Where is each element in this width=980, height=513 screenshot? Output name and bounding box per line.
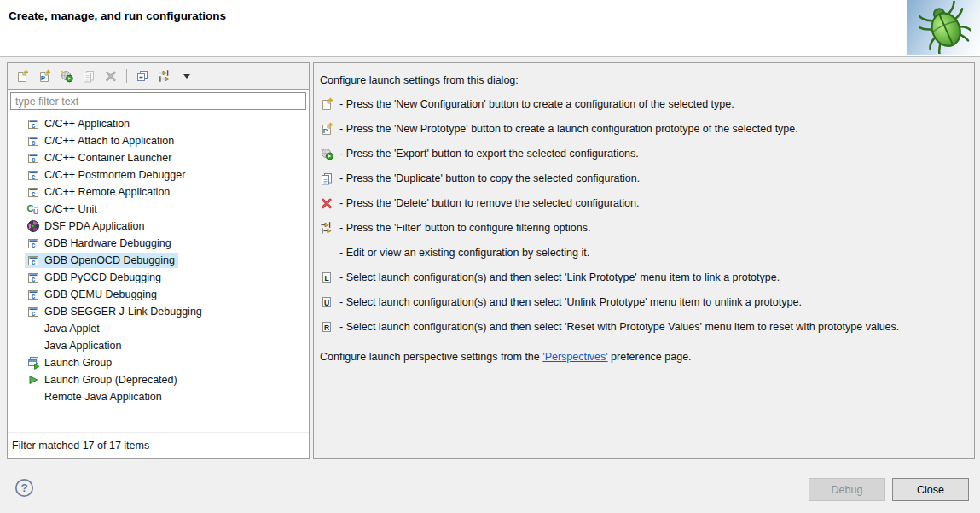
tree-item-content: cC/C++ Attach to Application <box>25 133 177 149</box>
tree-item-content: cC/C++ Remote Application <box>25 184 173 200</box>
tree-item-launch-group[interactable]: Launch Group <box>8 354 309 371</box>
icon-spacer <box>26 390 40 404</box>
perspectives-link[interactable]: 'Perspectives' <box>542 351 607 363</box>
tree-item-java-application[interactable]: Java Application <box>8 337 309 354</box>
tree-item-content: cGDB PyOCD Debugging <box>25 270 165 285</box>
svg-text:c: c <box>32 275 36 283</box>
c-app-icon: c <box>26 236 40 250</box>
icon-spacer <box>26 322 40 335</box>
c-app-icon: c <box>26 185 40 199</box>
toolbar-separator <box>126 69 127 83</box>
tree-item-c-c-application[interactable]: cC/C++ Application <box>8 115 309 132</box>
tree-item-gdb-openocd-debugging[interactable]: cGDB OpenOCD Debugging <box>8 252 309 269</box>
help-item-list: - Press the 'New Configuration' button t… <box>320 91 974 339</box>
tree-item-dsf-pda-application[interactable]: DSF PDA Application <box>8 218 309 235</box>
tree-item-c-c-attach-to-application[interactable]: cC/C++ Attach to Application <box>8 132 309 149</box>
tree-item-content: Java Application <box>25 338 125 353</box>
tree-item-label: C/C++ Container Launcher <box>44 152 171 164</box>
debug-button[interactable]: Debug <box>809 478 885 501</box>
pda-sphere-icon <box>26 219 40 233</box>
help-item: R- Select launch configuration(s) and th… <box>320 314 974 339</box>
help-button[interactable]: ? <box>14 477 35 498</box>
new-configuration-button[interactable] <box>14 67 31 85</box>
duplicate-icon <box>82 69 96 83</box>
help-item: U- Select launch configuration(s) and th… <box>320 289 974 314</box>
svg-text:c: c <box>32 292 36 300</box>
svg-text:Ü: Ü <box>33 207 38 216</box>
tree-item-java-applet[interactable]: Java Applet <box>8 320 309 337</box>
svg-text:c: c <box>32 241 36 249</box>
tree-item-label: Remote Java Application <box>44 391 162 403</box>
c-app-icon: c <box>26 168 40 182</box>
collapse-all-icon <box>136 69 149 83</box>
view-menu-button[interactable] <box>178 67 195 85</box>
collapse-all-button[interactable] <box>134 67 151 85</box>
c-app-icon: c <box>26 151 40 165</box>
tree-item-gdb-hardware-debugging[interactable]: cGDB Hardware Debugging <box>8 235 309 252</box>
help-intro: Configure launch settings from this dial… <box>320 69 974 91</box>
tree-item-label: Java Application <box>44 340 121 352</box>
export-icon <box>320 147 333 160</box>
help-item: - Press the 'New Configuration' button t… <box>320 91 974 116</box>
svg-text:?: ? <box>20 481 27 494</box>
svg-text:c: c <box>32 258 36 266</box>
tree-item-c-c-postmortem-debugger[interactable]: cC/C++ Postmortem Debugger <box>8 166 309 184</box>
help-item-text: - Press the 'Filter' button to configure… <box>339 222 591 234</box>
tree-item-label: C/C++ Postmortem Debugger <box>44 169 185 181</box>
filter-status: Filter matched 17 of 17 items <box>8 432 309 458</box>
tree-item-label: GDB PyOCD Debugging <box>44 271 161 283</box>
chevron-down-icon <box>180 69 194 83</box>
reset-prototype-icon: R <box>320 320 333 334</box>
tree-item-gdb-qemu-debugging[interactable]: cGDB QEMU Debugging <box>8 286 309 303</box>
tree-item-content: cGDB Hardware Debugging <box>25 236 175 251</box>
filter-input[interactable] <box>10 92 306 110</box>
launch-configurations-dialog: Create, manage, and run configurations <box>0 0 980 513</box>
tree-item-content: cC/C++ Postmortem Debugger <box>25 167 188 183</box>
duplicate-button[interactable] <box>80 67 97 85</box>
icon-spacer <box>26 339 40 353</box>
tree-item-gdb-pyocd-debugging[interactable]: cGDB PyOCD Debugging <box>8 269 309 286</box>
new-prototype-icon: P <box>320 122 333 136</box>
tree-item-remote-java-application[interactable]: Remote Java Application <box>8 388 309 405</box>
help-item-text: - Press the 'Export' button to export th… <box>339 148 639 160</box>
help-question-icon: ? <box>14 487 35 501</box>
tree-item-content: cC/C++ Application <box>25 116 133 131</box>
tree-item-label: C/C++ Attach to Application <box>44 135 174 147</box>
filter-button[interactable] <box>156 67 173 85</box>
help-panel: Configure launch settings from this dial… <box>313 62 975 459</box>
launch-config-panel: P cC/C++ ApplicationcC/C++ Attach to App… <box>7 62 310 459</box>
tree-item-launch-group-deprecated[interactable]: Launch Group (Deprecated) <box>8 371 309 388</box>
c-app-icon: c <box>26 117 40 131</box>
dialog-header: Create, manage, and run configurations <box>0 0 980 57</box>
tree-item-c-c-container-launcher[interactable]: cC/C++ Container Launcher <box>8 149 309 166</box>
help-item: P- Press the 'New Prototype' button to c… <box>320 116 974 141</box>
svg-text:c: c <box>32 172 36 181</box>
delete-button[interactable] <box>102 67 119 85</box>
filter-icon <box>320 221 333 235</box>
svg-text:U: U <box>324 298 329 306</box>
delete-icon <box>320 196 333 210</box>
tree-item-c-c-remote-application[interactable]: cC/C++ Remote Application <box>8 184 309 201</box>
tree-item-label: Launch Group (Deprecated) <box>44 374 177 386</box>
tree-item-content: cC/C++ Container Launcher <box>25 150 175 166</box>
svg-text:c: c <box>32 121 36 130</box>
new-prototype-button[interactable]: P <box>36 67 53 85</box>
help-item-text: - Press the 'New Configuration' button t… <box>339 98 734 110</box>
help-item-text: - Press the 'Duplicate' button to copy t… <box>339 172 640 184</box>
tree-item-content: cGDB OpenOCD Debugging <box>25 253 178 268</box>
tree-item-content: Remote Java Application <box>25 389 165 405</box>
tree-item-content: DSF PDA Application <box>25 219 148 234</box>
c-app-icon: c <box>26 254 40 267</box>
help-item-text: - Press the 'New Prototype' button to cr… <box>339 123 798 135</box>
help-item-text: - Edit or view an existing configuration… <box>339 247 589 259</box>
tree-item-label: GDB QEMU Debugging <box>44 289 157 300</box>
tree-item-gdb-segger-j-link-debugging[interactable]: cGDB SEGGER J-Link Debugging <box>8 303 309 320</box>
c-app-icon: c <box>26 305 40 318</box>
svg-text:P: P <box>323 127 328 135</box>
close-button[interactable]: Close <box>892 478 969 501</box>
tree-item-c-c-unit[interactable]: CÜC/C++ Unit <box>8 201 309 218</box>
help-item-text: - Select launch configuration(s) and the… <box>339 296 802 308</box>
debug-bug-icon <box>907 0 980 55</box>
export-button[interactable] <box>58 67 75 85</box>
help-item-text: - Press the 'Delete' button to remove th… <box>339 197 640 209</box>
